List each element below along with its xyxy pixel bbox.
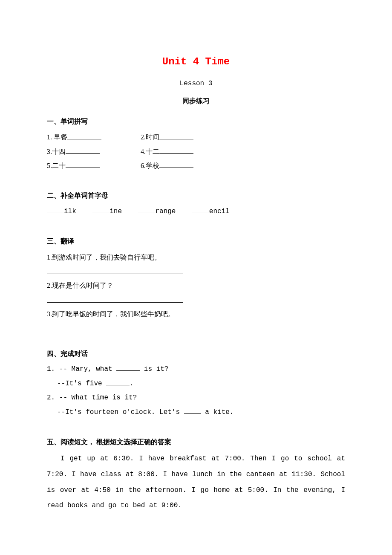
unit-title: Unit 4 Time <box>47 51 345 72</box>
section-4-heading: 四、完成对话 <box>47 347 345 361</box>
dialogue-text: --It's fourteen o'clock. Let's <box>57 408 184 416</box>
vocab-label: 5.二十 <box>47 162 66 169</box>
lesson-label: Lesson 3 <box>47 77 345 91</box>
section-3-heading: 三、翻译 <box>47 234 345 249</box>
vocab-row: 3.十四 4.十二 <box>47 145 345 159</box>
word-fragment: range <box>155 208 176 215</box>
vocab-label: 3.十四 <box>47 148 66 155</box>
blank-line[interactable] <box>106 378 130 385</box>
section-1-heading: 一、单词拼写 <box>47 114 345 129</box>
letter-fill-line: ilk ine range encil <box>47 205 345 219</box>
vocab-label: 2.时间 <box>141 133 159 141</box>
dialogue-text: --It's five <box>57 380 106 387</box>
vocab-item: 6.学校 <box>141 159 234 173</box>
blank-line[interactable] <box>92 206 110 213</box>
answer-line[interactable] <box>47 295 183 303</box>
blank-line[interactable] <box>138 206 155 213</box>
dialogue-text: is it? <box>140 365 168 373</box>
vocab-item: 1. 早餐 <box>47 130 141 145</box>
vocab-item: 2.时间 <box>141 130 234 145</box>
dialogue-line: 1. -- Mary, what is it? <box>47 362 345 377</box>
blank-line[interactable] <box>66 147 100 154</box>
blank-line[interactable] <box>159 161 193 168</box>
word-fragment: ine <box>110 208 122 215</box>
dialogue-text: a kite. <box>201 408 234 416</box>
dialogue-text: 1. -- Mary, what <box>47 365 116 373</box>
blank-line[interactable] <box>159 147 193 154</box>
translate-question: 3.到了吃早饭的时间了，我们喝些牛奶吧。 <box>47 307 345 321</box>
vocab-label: 6.学校 <box>141 162 159 169</box>
blank-line[interactable] <box>67 132 101 139</box>
section-5-heading: 五、阅读短文， 根据短文选择正确的答案 <box>47 435 345 449</box>
vocab-label: 1. 早餐 <box>47 133 67 141</box>
answer-line[interactable] <box>47 267 183 274</box>
dialogue-text: . <box>130 380 134 387</box>
section-2-heading: 二、补全单词首字母 <box>47 188 345 203</box>
blank-line[interactable] <box>159 132 193 139</box>
vocab-label: 4.十二 <box>141 148 159 155</box>
vocab-row: 1. 早餐 2.时间 <box>47 130 345 145</box>
word-fragment: ilk <box>64 208 76 215</box>
blank-line[interactable] <box>184 407 201 414</box>
reading-passage: I get up at 6:30. I have breakfast at 7:… <box>47 451 345 514</box>
blank-line[interactable] <box>192 206 209 213</box>
subtitle: 同步练习 <box>47 94 345 108</box>
blank-line[interactable] <box>66 161 100 168</box>
dialogue-line: --It's five . <box>47 377 345 391</box>
vocab-row: 5.二十 6.学校 <box>47 159 345 173</box>
vocab-item: 4.十二 <box>141 145 234 159</box>
blank-line[interactable] <box>116 364 140 371</box>
translate-question: 1.到游戏时间了，我们去骑自行车吧。 <box>47 250 345 265</box>
dialogue-line: --It's fourteen o'clock. Let's a kite. <box>47 405 345 420</box>
translate-question: 2.现在是什么时间了？ <box>47 278 345 293</box>
dialogue-line: 2. -- What time is it? <box>47 391 345 405</box>
vocab-item: 3.十四 <box>47 145 141 159</box>
blank-line[interactable] <box>47 206 64 213</box>
answer-line[interactable] <box>47 324 183 331</box>
vocab-item: 5.二十 <box>47 159 141 173</box>
worksheet-page: Unit 4 Time Lesson 3 同步练习 一、单词拼写 1. 早餐 2… <box>0 0 392 555</box>
word-fragment: encil <box>209 208 230 215</box>
